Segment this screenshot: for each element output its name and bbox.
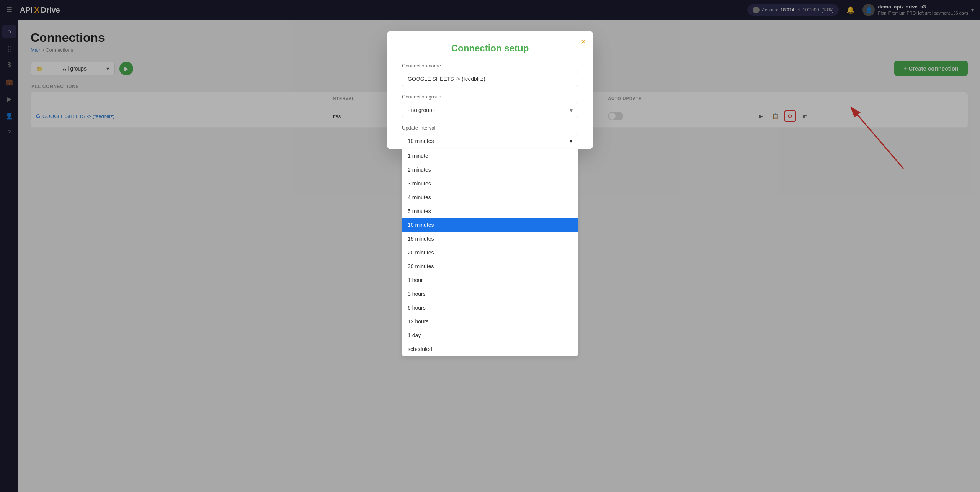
- interval-option-1min[interactable]: 1 minute: [402, 149, 578, 163]
- connection-name-label: Connection name: [402, 63, 578, 69]
- interval-option-2min[interactable]: 2 minutes: [402, 163, 578, 177]
- interval-option-3min[interactable]: 3 minutes: [402, 177, 578, 190]
- interval-option-30min[interactable]: 30 minutes: [402, 259, 578, 273]
- interval-option-5min[interactable]: 5 minutes: [402, 204, 578, 218]
- interval-option-12hours[interactable]: 12 hours: [402, 315, 578, 328]
- update-interval-label: Update interval: [402, 125, 578, 131]
- interval-select-container: 10 minutes ▾ 1 minute 2 minutes 3 minute…: [402, 133, 578, 149]
- interval-option-1day[interactable]: 1 day: [402, 328, 578, 342]
- interval-option-10min[interactable]: 10 minutes: [402, 218, 578, 232]
- interval-dropdown: 1 minute 2 minutes 3 minutes 4 minutes 5…: [402, 149, 578, 356]
- connection-setup-modal: × Connection setup Connection name Conne…: [387, 31, 593, 149]
- modal-title: Connection setup: [402, 43, 578, 54]
- modal-overlay: × Connection setup Connection name Conne…: [0, 0, 980, 492]
- interval-display[interactable]: 10 minutes ▾: [402, 133, 578, 149]
- connection-group-label: Connection group: [402, 94, 578, 100]
- interval-option-4min[interactable]: 4 minutes: [402, 190, 578, 204]
- interval-option-6hours[interactable]: 6 hours: [402, 301, 578, 315]
- interval-option-1hour[interactable]: 1 hour: [402, 273, 578, 287]
- interval-option-15min[interactable]: 15 minutes: [402, 232, 578, 246]
- interval-current-value: 10 minutes: [408, 138, 434, 144]
- connection-group-select[interactable]: - no group -: [402, 102, 578, 118]
- interval-option-20min[interactable]: 20 minutes: [402, 246, 578, 259]
- interval-option-scheduled[interactable]: scheduled: [402, 342, 578, 356]
- interval-option-3hours[interactable]: 3 hours: [402, 287, 578, 301]
- connection-group-container: - no group - ▾: [402, 102, 578, 118]
- chevron-down-icon: ▾: [570, 138, 572, 144]
- connection-name-input[interactable]: [402, 71, 578, 87]
- modal-close-button[interactable]: ×: [581, 37, 586, 47]
